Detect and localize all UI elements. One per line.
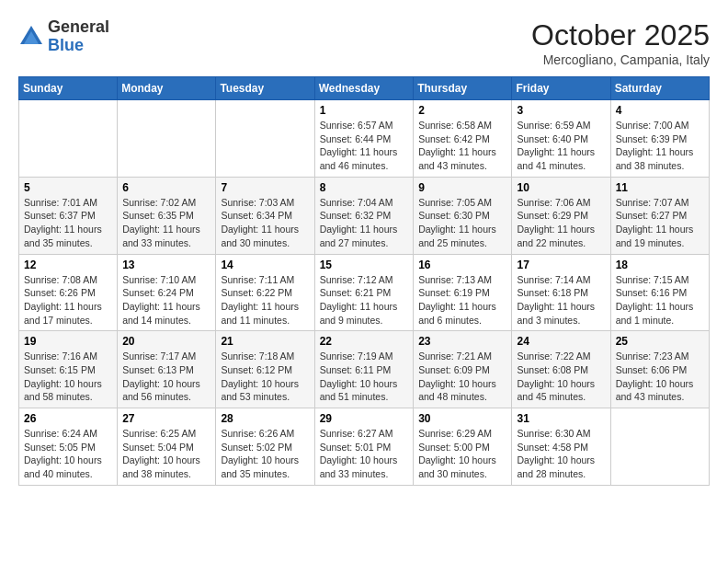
weekday-header: Wednesday (314, 77, 414, 100)
weekday-header-row: SundayMondayTuesdayWednesdayThursdayFrid… (19, 77, 710, 100)
logo-text: General Blue (48, 18, 109, 55)
day-info: Sunrise: 7:05 AM Sunset: 6:30 PM Dayligh… (418, 196, 506, 250)
weekday-header: Saturday (610, 77, 709, 100)
day-info: Sunrise: 7:06 AM Sunset: 6:29 PM Dayligh… (517, 196, 605, 250)
day-number: 15 (320, 259, 409, 271)
day-info: Sunrise: 7:16 AM Sunset: 6:15 PM Dayligh… (24, 350, 112, 404)
day-number: 10 (517, 181, 605, 194)
calendar-table: SundayMondayTuesdayWednesdayThursdayFrid… (18, 76, 710, 486)
calendar-cell: 16Sunrise: 7:13 AM Sunset: 6:19 PM Dayli… (414, 254, 512, 331)
day-info: Sunrise: 7:02 AM Sunset: 6:35 PM Dayligh… (122, 196, 210, 250)
day-number: 16 (418, 259, 506, 271)
calendar-cell (216, 100, 314, 178)
day-number: 17 (517, 259, 605, 271)
calendar-cell (610, 408, 709, 486)
calendar-cell: 21Sunrise: 7:18 AM Sunset: 6:12 PM Dayli… (216, 331, 314, 408)
calendar-cell: 26Sunrise: 6:24 AM Sunset: 5:05 PM Dayli… (19, 408, 118, 486)
page-header: General Blue October 2025 Mercogliano, C… (18, 18, 710, 67)
day-number: 1 (320, 104, 409, 117)
day-number: 30 (418, 412, 506, 425)
day-number: 21 (221, 335, 309, 348)
day-info: Sunrise: 6:30 AM Sunset: 4:58 PM Dayligh… (517, 427, 605, 481)
day-number: 27 (122, 412, 210, 425)
day-info: Sunrise: 6:59 AM Sunset: 6:40 PM Dayligh… (517, 119, 605, 173)
calendar-cell: 22Sunrise: 7:19 AM Sunset: 6:11 PM Dayli… (314, 331, 414, 408)
day-number: 12 (24, 259, 112, 271)
month-title: October 2025 (531, 18, 710, 52)
day-info: Sunrise: 6:57 AM Sunset: 6:44 PM Dayligh… (320, 119, 409, 173)
day-info: Sunrise: 6:26 AM Sunset: 5:02 PM Dayligh… (221, 427, 309, 481)
calendar-week-row: 19Sunrise: 7:16 AM Sunset: 6:15 PM Dayli… (19, 331, 710, 408)
day-info: Sunrise: 7:21 AM Sunset: 6:09 PM Dayligh… (418, 350, 506, 404)
calendar-cell: 6Sunrise: 7:02 AM Sunset: 6:35 PM Daylig… (118, 177, 216, 254)
day-number: 11 (616, 181, 704, 194)
day-number: 14 (221, 259, 309, 271)
day-info: Sunrise: 7:13 AM Sunset: 6:19 PM Dayligh… (418, 273, 506, 327)
day-number: 20 (122, 335, 210, 348)
day-number: 24 (517, 335, 605, 348)
logo-general: General (48, 17, 109, 36)
day-number: 19 (24, 335, 112, 348)
weekday-header: Thursday (414, 77, 512, 100)
weekday-header: Monday (118, 77, 216, 100)
day-info: Sunrise: 7:18 AM Sunset: 6:12 PM Dayligh… (221, 350, 309, 404)
calendar-cell: 2Sunrise: 6:58 AM Sunset: 6:42 PM Daylig… (414, 100, 512, 178)
day-number: 26 (24, 412, 112, 425)
calendar-week-row: 1Sunrise: 6:57 AM Sunset: 6:44 PM Daylig… (19, 100, 710, 178)
calendar-cell: 27Sunrise: 6:25 AM Sunset: 5:04 PM Dayli… (118, 408, 216, 486)
day-number: 2 (418, 104, 506, 117)
title-section: October 2025 Mercogliano, Campania, Ital… (531, 18, 710, 67)
calendar-cell: 12Sunrise: 7:08 AM Sunset: 6:26 PM Dayli… (19, 254, 118, 331)
calendar-cell: 1Sunrise: 6:57 AM Sunset: 6:44 PM Daylig… (314, 100, 414, 178)
calendar-cell: 14Sunrise: 7:11 AM Sunset: 6:22 PM Dayli… (216, 254, 314, 331)
day-info: Sunrise: 6:24 AM Sunset: 5:05 PM Dayligh… (24, 427, 112, 481)
day-info: Sunrise: 6:25 AM Sunset: 5:04 PM Dayligh… (122, 427, 210, 481)
day-info: Sunrise: 6:58 AM Sunset: 6:42 PM Dayligh… (418, 119, 506, 173)
day-number: 8 (320, 181, 409, 194)
calendar-cell (118, 100, 216, 178)
day-info: Sunrise: 7:04 AM Sunset: 6:32 PM Dayligh… (320, 196, 409, 250)
calendar-cell: 20Sunrise: 7:17 AM Sunset: 6:13 PM Dayli… (118, 331, 216, 408)
logo-icon (18, 24, 44, 50)
weekday-header: Tuesday (216, 77, 314, 100)
calendar-cell: 19Sunrise: 7:16 AM Sunset: 6:15 PM Dayli… (19, 331, 118, 408)
calendar-cell: 15Sunrise: 7:12 AM Sunset: 6:21 PM Dayli… (314, 254, 414, 331)
weekday-header: Sunday (19, 77, 118, 100)
calendar-cell: 9Sunrise: 7:05 AM Sunset: 6:30 PM Daylig… (414, 177, 512, 254)
calendar-cell (19, 100, 118, 178)
calendar-cell: 24Sunrise: 7:22 AM Sunset: 6:08 PM Dayli… (512, 331, 610, 408)
calendar-cell: 17Sunrise: 7:14 AM Sunset: 6:18 PM Dayli… (512, 254, 610, 331)
calendar-week-row: 5Sunrise: 7:01 AM Sunset: 6:37 PM Daylig… (19, 177, 710, 254)
day-number: 22 (320, 335, 409, 348)
calendar-cell: 18Sunrise: 7:15 AM Sunset: 6:16 PM Dayli… (610, 254, 709, 331)
calendar-cell: 7Sunrise: 7:03 AM Sunset: 6:34 PM Daylig… (216, 177, 314, 254)
day-info: Sunrise: 7:07 AM Sunset: 6:27 PM Dayligh… (616, 196, 704, 250)
day-number: 9 (418, 181, 506, 194)
weekday-header: Friday (512, 77, 610, 100)
day-info: Sunrise: 7:10 AM Sunset: 6:24 PM Dayligh… (122, 273, 210, 327)
calendar-week-row: 12Sunrise: 7:08 AM Sunset: 6:26 PM Dayli… (19, 254, 710, 331)
calendar-cell: 25Sunrise: 7:23 AM Sunset: 6:06 PM Dayli… (610, 331, 709, 408)
calendar-cell: 11Sunrise: 7:07 AM Sunset: 6:27 PM Dayli… (610, 177, 709, 254)
day-info: Sunrise: 6:27 AM Sunset: 5:01 PM Dayligh… (320, 427, 409, 481)
calendar-cell: 8Sunrise: 7:04 AM Sunset: 6:32 PM Daylig… (314, 177, 414, 254)
day-number: 18 (616, 259, 704, 271)
day-number: 6 (122, 181, 210, 194)
day-info: Sunrise: 7:14 AM Sunset: 6:18 PM Dayligh… (517, 273, 605, 327)
day-info: Sunrise: 7:12 AM Sunset: 6:21 PM Dayligh… (320, 273, 409, 327)
day-info: Sunrise: 7:08 AM Sunset: 6:26 PM Dayligh… (24, 273, 112, 327)
day-info: Sunrise: 7:11 AM Sunset: 6:22 PM Dayligh… (221, 273, 309, 327)
day-number: 25 (616, 335, 704, 348)
day-info: Sunrise: 7:22 AM Sunset: 6:08 PM Dayligh… (517, 350, 605, 404)
logo-blue: Blue (48, 36, 84, 54)
day-number: 13 (122, 259, 210, 271)
day-info: Sunrise: 7:17 AM Sunset: 6:13 PM Dayligh… (122, 350, 210, 404)
day-number: 4 (616, 104, 704, 117)
calendar-cell: 31Sunrise: 6:30 AM Sunset: 4:58 PM Dayli… (512, 408, 610, 486)
calendar-cell: 13Sunrise: 7:10 AM Sunset: 6:24 PM Dayli… (118, 254, 216, 331)
calendar-cell: 23Sunrise: 7:21 AM Sunset: 6:09 PM Dayli… (414, 331, 512, 408)
calendar-cell: 4Sunrise: 7:00 AM Sunset: 6:39 PM Daylig… (610, 100, 709, 178)
calendar-cell: 10Sunrise: 7:06 AM Sunset: 6:29 PM Dayli… (512, 177, 610, 254)
day-number: 31 (517, 412, 605, 425)
location: Mercogliano, Campania, Italy (531, 52, 710, 67)
